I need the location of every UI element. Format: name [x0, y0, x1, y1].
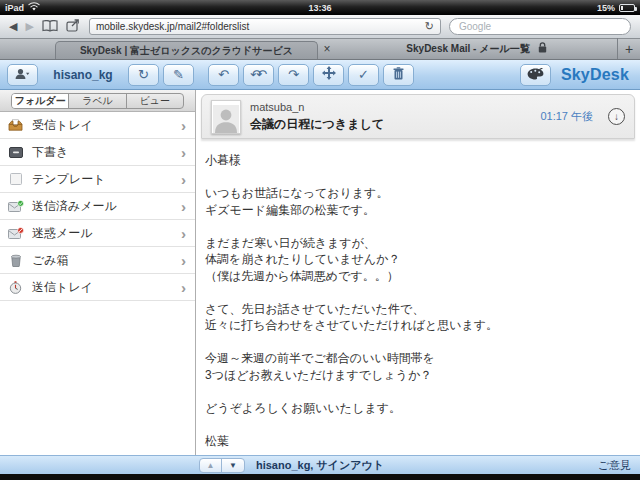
folder-item-inbox[interactable]: 受信トレイ ›	[0, 112, 195, 139]
screen-bottom-edge	[0, 474, 640, 480]
forward-mail-icon: ↷	[288, 68, 299, 81]
battery-icon	[619, 4, 635, 12]
move-icon	[322, 66, 336, 83]
close-tab-icon[interactable]: ×	[318, 38, 336, 59]
outbox-icon	[7, 281, 24, 294]
drafts-icon	[7, 147, 24, 158]
status-bar: iPad 13:36 15%	[0, 0, 640, 15]
message-header[interactable]: matsuba_n 会議の日程につきまして 01:17 午後 ↓	[201, 94, 635, 139]
message-sender: matsuba_n	[250, 101, 531, 113]
folder-item-sent[interactable]: 送信済みメール ›	[0, 193, 195, 220]
folder-label: 送信済みメール	[32, 198, 173, 215]
tab-title: SkyDesk Mail - メール一覧	[406, 42, 529, 56]
folder-label: 迷惑メール	[32, 225, 173, 242]
collapse-message-button[interactable]: ↓	[608, 108, 625, 125]
folder-label: 下書き	[32, 144, 173, 161]
chevron-right-icon: ›	[181, 280, 186, 295]
tab-bar: SkyDesk | 富士ゼロックスのクラウドサービス × SkyDesk Mai…	[0, 39, 640, 60]
reply-all-icon: ↶↶	[250, 67, 267, 82]
forward-button[interactable]: ▶	[25, 21, 33, 32]
message-pane: matsuba_n 会議の日程につきまして 01:17 午後 ↓ 小暮様 いつも…	[196, 90, 640, 455]
bookmarks-icon[interactable]	[42, 18, 58, 36]
account-label: hisano_kg	[42, 68, 124, 82]
template-icon	[7, 173, 24, 185]
folder-label: ごみ箱	[32, 252, 173, 269]
theme-button[interactable]	[520, 64, 551, 86]
forward-button-mail[interactable]: ↷	[278, 64, 309, 86]
reload-icon[interactable]: ↻	[425, 20, 434, 33]
folder-label: 送信トレイ	[32, 279, 173, 296]
reply-all-button[interactable]: ↶↶	[243, 64, 274, 86]
tab-views[interactable]: ビュー	[127, 94, 183, 108]
folder-item-templates[interactable]: テンプレート ›	[0, 166, 195, 193]
lock-icon	[538, 42, 547, 55]
check-button[interactable]: ✓	[348, 64, 379, 86]
folder-label: 受信トレイ	[32, 117, 173, 134]
arrow-down-icon: ↓	[614, 111, 619, 122]
person-icon	[15, 67, 30, 83]
folder-sidebar: フォルダー ラベル ビュー 受信トレイ › 下書き › テンプレート ›	[0, 90, 196, 455]
wifi-icon	[28, 2, 40, 13]
chevron-right-icon: ›	[181, 172, 186, 187]
message-body: 小暮様 いつもお世話になっております。 ギズモード編集部の松葉です。 まだまだ寒…	[196, 139, 640, 449]
avatar	[211, 100, 241, 134]
account-menu-button[interactable]	[7, 64, 38, 86]
inbox-icon	[7, 119, 24, 131]
check-icon: ✓	[358, 68, 369, 81]
address-bar[interactable]: mobile.skydesk.jp/mail2#folderslist ↻	[89, 18, 441, 35]
tab-folders[interactable]: フォルダー	[12, 94, 69, 108]
sidebar-tab-bar: フォルダー ラベル ビュー	[0, 90, 195, 112]
delete-button[interactable]	[383, 64, 414, 86]
tab-skydesk-mail[interactable]: SkyDesk Mail - メール一覧	[336, 38, 617, 59]
folder-item-drafts[interactable]: 下書き ›	[0, 139, 195, 166]
compose-button[interactable]: ✎	[163, 64, 194, 86]
compose-icon: ✎	[173, 68, 184, 81]
trash-icon	[7, 254, 24, 267]
chevron-right-icon: ›	[181, 199, 186, 214]
tab-skydesk-home[interactable]: SkyDesk | 富士ゼロックスのクラウドサービス	[55, 41, 318, 59]
browser-chrome: ◀ ▶ mobile.skydesk.jp/mail2#folderslist …	[0, 15, 640, 39]
ipad-screen: iPad 13:36 15% ◀ ▶ mobile.skydesk.jp/mai…	[0, 0, 640, 480]
battery-percent: 15%	[597, 3, 615, 13]
new-tab-button[interactable]: +	[617, 38, 640, 59]
skydesk-logo: SkyDesk	[555, 66, 633, 84]
feedback-link[interactable]: ご意見	[598, 458, 631, 473]
spam-mail-icon	[7, 227, 24, 240]
back-button[interactable]: ◀	[9, 21, 17, 32]
folder-item-spam[interactable]: 迷惑メール ›	[0, 220, 195, 247]
chevron-right-icon: ›	[181, 118, 186, 133]
folder-label: テンプレート	[32, 171, 173, 188]
chevron-right-icon: ›	[181, 145, 186, 160]
sent-mail-icon	[7, 200, 24, 213]
device-label: iPad	[5, 3, 24, 13]
trash-icon	[393, 67, 404, 83]
refresh-icon: ↻	[138, 68, 149, 81]
signout-link[interactable]: hisano_kg, サインアウト	[0, 458, 640, 473]
move-button[interactable]	[313, 64, 344, 86]
tab-labels[interactable]: ラベル	[69, 94, 126, 108]
reply-icon: ↶	[218, 68, 229, 81]
chevron-right-icon: ›	[181, 253, 186, 268]
message-subject: 会議の日程につきまして	[250, 116, 531, 133]
clock: 13:36	[95, 3, 545, 13]
search-input[interactable]	[449, 18, 631, 35]
footer-bar: hisano_kg, サインアウト ▲ ▼ ご意見	[0, 455, 640, 474]
reply-button[interactable]: ↶	[208, 64, 239, 86]
tab-title: SkyDesk | 富士ゼロックスのクラウドサービス	[80, 44, 293, 58]
folder-item-outbox[interactable]: 送信トレイ ›	[0, 274, 195, 301]
chevron-right-icon: ›	[181, 226, 186, 241]
url-text: mobile.skydesk.jp/mail2#folderslist	[96, 21, 425, 32]
mail-toolbar: hisano_kg ↻ ✎ ↶ ↶↶ ↷ ✓ SkyDesk	[0, 60, 640, 90]
message-time: 01:17 午後	[540, 109, 593, 124]
refresh-button[interactable]: ↻	[128, 64, 159, 86]
palette-icon	[527, 67, 544, 83]
share-icon[interactable]	[66, 18, 81, 36]
folder-item-trash[interactable]: ごみ箱 ›	[0, 247, 195, 274]
